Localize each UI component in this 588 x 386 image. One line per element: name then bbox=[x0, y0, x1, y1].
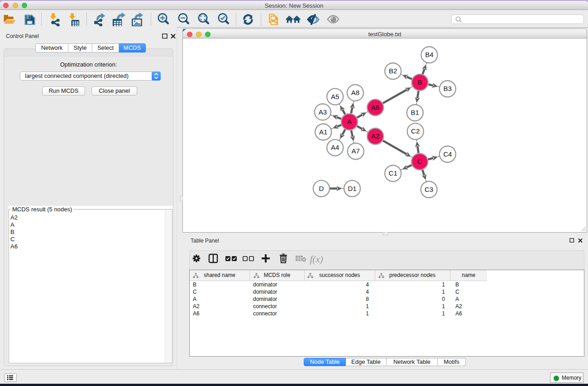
svg-text:B: B bbox=[418, 78, 422, 86]
svg-text:A2: A2 bbox=[371, 132, 379, 140]
svg-text:C1: C1 bbox=[389, 169, 397, 177]
svg-text:D: D bbox=[319, 185, 324, 192]
svg-text:A6: A6 bbox=[371, 104, 379, 111]
svg-text:C2: C2 bbox=[411, 127, 420, 135]
svg-text:A3: A3 bbox=[319, 108, 327, 116]
svg-text:B2: B2 bbox=[389, 67, 397, 75]
svg-text:D1: D1 bbox=[348, 185, 356, 192]
svg-text:A: A bbox=[347, 118, 352, 125]
svg-text:C4: C4 bbox=[443, 150, 452, 158]
svg-text:B3: B3 bbox=[444, 85, 452, 92]
svg-text:A8: A8 bbox=[351, 89, 359, 96]
svg-text:A4: A4 bbox=[331, 143, 339, 151]
svg-text:B4: B4 bbox=[425, 51, 433, 58]
svg-text:A1: A1 bbox=[319, 128, 327, 136]
svg-text:C3: C3 bbox=[425, 186, 433, 193]
svg-text:B1: B1 bbox=[411, 109, 419, 116]
svg-text:C: C bbox=[417, 157, 422, 165]
svg-text:A7: A7 bbox=[352, 147, 360, 155]
svg-text:A5: A5 bbox=[331, 93, 339, 100]
